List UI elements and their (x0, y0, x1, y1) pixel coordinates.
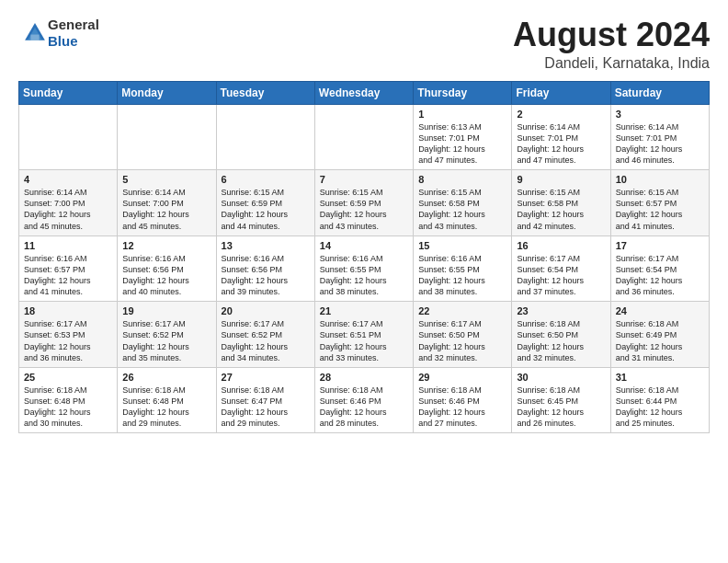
day-info: Sunrise: 6:17 AM Sunset: 6:52 PM Dayligh… (122, 318, 210, 363)
day-info: Sunrise: 6:16 AM Sunset: 6:57 PM Dayligh… (24, 253, 112, 298)
calendar-cell: 29Sunrise: 6:18 AM Sunset: 6:46 PM Dayli… (414, 367, 512, 433)
day-info: Sunrise: 6:13 AM Sunset: 7:01 PM Dayligh… (418, 121, 506, 167)
calendar-cell: 28Sunrise: 6:18 AM Sunset: 6:46 PM Dayli… (314, 367, 413, 433)
weekday-header-monday: Monday (118, 81, 216, 104)
calendar-cell: 16Sunrise: 6:17 AM Sunset: 6:54 PM Dayli… (512, 236, 610, 302)
day-info: Sunrise: 6:17 AM Sunset: 6:52 PM Dayligh… (222, 318, 310, 363)
calendar-cell (118, 104, 216, 170)
day-number: 11 (24, 240, 112, 251)
day-info: Sunrise: 6:14 AM Sunset: 7:00 PM Dayligh… (122, 187, 210, 232)
day-info: Sunrise: 6:16 AM Sunset: 6:56 PM Dayligh… (222, 253, 310, 298)
logo-icon (22, 20, 48, 46)
calendar-cell: 11Sunrise: 6:16 AM Sunset: 6:57 PM Dayli… (19, 236, 118, 302)
day-number: 24 (616, 305, 704, 316)
day-number: 8 (418, 174, 506, 185)
calendar-cell: 24Sunrise: 6:18 AM Sunset: 6:49 PM Dayli… (610, 302, 709, 368)
day-number: 25 (24, 372, 112, 383)
calendar-cell: 17Sunrise: 6:17 AM Sunset: 6:54 PM Dayli… (610, 236, 709, 302)
calendar-cell: 9Sunrise: 6:15 AM Sunset: 6:58 PM Daylig… (512, 170, 610, 236)
calendar-cell: 6Sunrise: 6:15 AM Sunset: 6:59 PM Daylig… (216, 170, 314, 236)
day-number: 1 (418, 109, 506, 120)
day-info: Sunrise: 6:18 AM Sunset: 6:46 PM Dayligh… (418, 385, 506, 430)
weekday-header-row: SundayMondayTuesdayWednesdayThursdayFrid… (19, 81, 710, 104)
day-info: Sunrise: 6:18 AM Sunset: 6:50 PM Dayligh… (517, 318, 605, 363)
day-info: Sunrise: 6:18 AM Sunset: 6:48 PM Dayligh… (24, 385, 112, 430)
calendar-cell: 31Sunrise: 6:18 AM Sunset: 6:44 PM Dayli… (610, 367, 709, 433)
day-info: Sunrise: 6:15 AM Sunset: 6:59 PM Dayligh… (320, 187, 408, 232)
day-number: 7 (320, 174, 408, 185)
calendar-week-row: 25Sunrise: 6:18 AM Sunset: 6:48 PM Dayli… (19, 367, 710, 433)
calendar-cell: 27Sunrise: 6:18 AM Sunset: 6:47 PM Dayli… (216, 367, 314, 433)
day-number: 27 (222, 372, 310, 383)
day-info: Sunrise: 6:14 AM Sunset: 7:01 PM Dayligh… (616, 121, 704, 167)
calendar-cell: 18Sunrise: 6:17 AM Sunset: 6:53 PM Dayli… (19, 302, 118, 368)
day-info: Sunrise: 6:16 AM Sunset: 6:56 PM Dayligh… (122, 253, 210, 298)
calendar-cell: 1Sunrise: 6:13 AM Sunset: 7:01 PM Daylig… (414, 104, 512, 170)
day-number: 9 (517, 174, 605, 185)
day-number: 10 (616, 174, 704, 185)
day-info: Sunrise: 6:15 AM Sunset: 6:57 PM Dayligh… (616, 187, 704, 232)
logo-general: General (48, 17, 99, 33)
day-info: Sunrise: 6:16 AM Sunset: 6:55 PM Dayligh… (320, 253, 408, 298)
day-info: Sunrise: 6:16 AM Sunset: 6:55 PM Dayligh… (418, 253, 506, 298)
day-info: Sunrise: 6:18 AM Sunset: 6:44 PM Dayligh… (616, 385, 704, 430)
calendar-cell: 26Sunrise: 6:18 AM Sunset: 6:48 PM Dayli… (118, 367, 216, 433)
calendar-cell: 7Sunrise: 6:15 AM Sunset: 6:59 PM Daylig… (314, 170, 413, 236)
day-info: Sunrise: 6:17 AM Sunset: 6:51 PM Dayligh… (320, 318, 408, 363)
weekday-header-friday: Friday (512, 81, 610, 104)
day-number: 17 (616, 240, 704, 251)
day-number: 5 (122, 174, 210, 185)
day-info: Sunrise: 6:15 AM Sunset: 6:59 PM Dayligh… (222, 187, 310, 232)
logo-blue: Blue (48, 33, 99, 50)
calendar-cell: 25Sunrise: 6:18 AM Sunset: 6:48 PM Dayli… (19, 367, 118, 433)
day-number: 14 (320, 240, 408, 251)
calendar-cell: 13Sunrise: 6:16 AM Sunset: 6:56 PM Dayli… (216, 236, 314, 302)
day-number: 13 (222, 240, 310, 251)
day-number: 16 (517, 240, 605, 251)
calendar-week-row: 18Sunrise: 6:17 AM Sunset: 6:53 PM Dayli… (19, 302, 710, 368)
day-number: 22 (418, 305, 506, 316)
calendar-cell: 21Sunrise: 6:17 AM Sunset: 6:51 PM Dayli… (314, 302, 413, 368)
day-info: Sunrise: 6:14 AM Sunset: 7:00 PM Dayligh… (24, 187, 112, 232)
calendar-cell: 22Sunrise: 6:17 AM Sunset: 6:50 PM Dayli… (414, 302, 512, 368)
weekday-header-tuesday: Tuesday (216, 81, 314, 104)
day-info: Sunrise: 6:15 AM Sunset: 6:58 PM Dayligh… (517, 187, 605, 232)
day-info: Sunrise: 6:17 AM Sunset: 6:54 PM Dayligh… (517, 253, 605, 298)
weekday-header-thursday: Thursday (414, 81, 512, 104)
calendar-cell (216, 104, 314, 170)
day-number: 28 (320, 372, 408, 383)
day-info: Sunrise: 6:18 AM Sunset: 6:45 PM Dayligh… (517, 385, 605, 430)
month-year-title: August 2024 (513, 17, 710, 53)
day-info: Sunrise: 6:18 AM Sunset: 6:47 PM Dayligh… (222, 385, 310, 430)
day-number: 23 (517, 305, 605, 316)
day-number: 31 (616, 372, 704, 383)
calendar-week-row: 4Sunrise: 6:14 AM Sunset: 7:00 PM Daylig… (19, 170, 710, 236)
calendar-cell: 20Sunrise: 6:17 AM Sunset: 6:52 PM Dayli… (216, 302, 314, 368)
day-info: Sunrise: 6:17 AM Sunset: 6:54 PM Dayligh… (616, 253, 704, 298)
day-info: Sunrise: 6:17 AM Sunset: 6:53 PM Dayligh… (24, 318, 112, 363)
day-number: 26 (122, 372, 210, 383)
calendar-cell: 5Sunrise: 6:14 AM Sunset: 7:00 PM Daylig… (118, 170, 216, 236)
calendar-cell: 3Sunrise: 6:14 AM Sunset: 7:01 PM Daylig… (610, 104, 709, 170)
day-number: 3 (616, 109, 704, 120)
logo: General Blue (18, 17, 99, 50)
calendar-cell (19, 104, 118, 170)
day-number: 29 (418, 372, 506, 383)
day-number: 30 (517, 372, 605, 383)
svg-rect-2 (30, 35, 39, 40)
day-number: 2 (517, 109, 605, 120)
calendar-cell: 10Sunrise: 6:15 AM Sunset: 6:57 PM Dayli… (610, 170, 709, 236)
logo-text: General Blue (48, 17, 99, 50)
weekday-header-sunday: Sunday (19, 81, 118, 104)
calendar-cell: 23Sunrise: 6:18 AM Sunset: 6:50 PM Dayli… (512, 302, 610, 368)
day-number: 6 (222, 174, 310, 185)
calendar-table: SundayMondayTuesdayWednesdayThursdayFrid… (18, 81, 710, 434)
day-number: 4 (24, 174, 112, 185)
day-info: Sunrise: 6:18 AM Sunset: 6:49 PM Dayligh… (616, 318, 704, 363)
calendar-cell: 4Sunrise: 6:14 AM Sunset: 7:00 PM Daylig… (19, 170, 118, 236)
day-number: 12 (122, 240, 210, 251)
day-number: 20 (222, 305, 310, 316)
calendar-cell: 14Sunrise: 6:16 AM Sunset: 6:55 PM Dayli… (314, 236, 413, 302)
title-block: August 2024 Dandeli, Karnataka, India (513, 17, 710, 72)
calendar-cell (314, 104, 413, 170)
